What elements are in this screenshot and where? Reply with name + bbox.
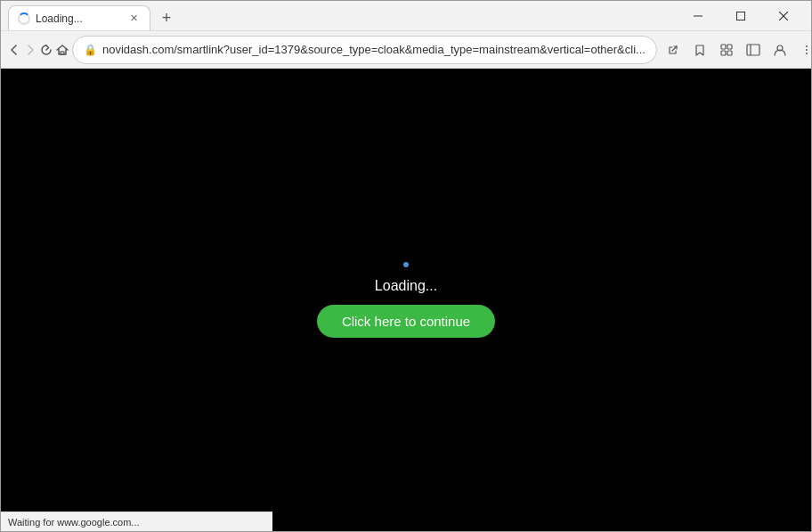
active-tab[interactable]: Loading... ✕ (8, 5, 150, 30)
url-text: novidash.com/smartlink?user_id=1379&sour… (102, 43, 646, 56)
menu-button[interactable] (794, 37, 812, 62)
svg-rect-5 (721, 45, 726, 49)
tab-loading-spinner (18, 12, 30, 25)
reload-button[interactable] (40, 37, 53, 62)
status-bar: Waiting for www.google.com... (1, 512, 272, 531)
continue-button[interactable]: Click here to continue (317, 305, 495, 338)
window-controls (670, 1, 811, 30)
svg-rect-6 (727, 45, 732, 49)
svg-point-13 (806, 49, 808, 51)
loading-text: Loading... (375, 278, 437, 294)
lock-icon: 🔒 (84, 44, 97, 56)
address-bar[interactable]: 🔒 novidash.com/smartlink?user_id=1379&so… (72, 36, 657, 64)
svg-rect-7 (721, 51, 726, 55)
browser-window: Loading... ✕ + (0, 0, 812, 532)
svg-rect-0 (694, 15, 702, 16)
share-button[interactable] (661, 37, 686, 62)
svg-rect-8 (727, 51, 732, 55)
svg-point-12 (806, 45, 808, 47)
minimize-button[interactable] (678, 1, 719, 31)
toolbar-actions (661, 37, 812, 62)
browser-toolbar: 🔒 novidash.com/smartlink?user_id=1379&so… (1, 31, 811, 69)
close-button[interactable] (763, 1, 804, 31)
tab-title: Loading... (36, 12, 121, 25)
home-button[interactable] (56, 37, 69, 62)
svg-point-14 (806, 53, 808, 54)
svg-rect-4 (61, 52, 64, 54)
tab-close-button[interactable]: ✕ (126, 12, 141, 26)
bookmark-button[interactable] (687, 37, 712, 62)
forward-button[interactable] (24, 37, 37, 62)
new-tab-button[interactable]: + (154, 5, 179, 30)
page-loading-spinner (403, 262, 409, 267)
svg-rect-9 (747, 45, 759, 55)
back-button[interactable] (8, 37, 20, 62)
extensions-button[interactable] (714, 37, 739, 62)
title-bar: Loading... ✕ + (1, 1, 811, 31)
tab-strip: Loading... ✕ + (1, 1, 670, 30)
svg-rect-1 (737, 12, 745, 20)
sidebar-button[interactable] (741, 37, 766, 62)
status-text: Waiting for www.google.com... (8, 517, 140, 528)
profile-button[interactable] (767, 37, 792, 62)
loading-container: Loading... Click here to continue (317, 262, 495, 338)
page-content: Loading... Click here to continue Waitin… (1, 69, 811, 531)
maximize-button[interactable] (720, 1, 761, 31)
